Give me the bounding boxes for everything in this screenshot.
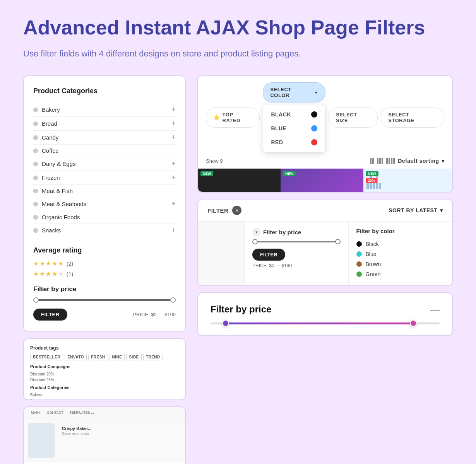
list-item[interactable]: Frozen + xyxy=(33,171,176,185)
color-label-red: RED xyxy=(271,139,283,145)
list-item[interactable]: Coffee xyxy=(33,145,176,157)
tab-bar: ⭐ TOP RATED SELECT COLOR ▼ BLACK xyxy=(198,76,452,153)
tab-select-storage[interactable]: SELECT STORAGE xyxy=(381,107,444,128)
tag-trend[interactable]: TREND xyxy=(143,354,163,360)
color-label-black: BLACK xyxy=(271,111,291,118)
page-title: Advanced Instant AJAX Shop Page Filters xyxy=(23,15,453,39)
filter-thumb-col xyxy=(198,222,245,285)
tag-bestseller[interactable]: BESTSELLER xyxy=(30,354,63,360)
tab-top-rated[interactable]: ⭐ TOP RATED xyxy=(206,107,260,128)
rating-row-5star[interactable]: ★ ★ ★ ★ ★ (2) xyxy=(33,260,176,267)
color-list-item-blue[interactable]: Blue xyxy=(356,249,445,259)
list-item[interactable]: Bakery + xyxy=(33,103,176,117)
campaign-discount-20[interactable]: Discount 20% xyxy=(30,371,179,377)
price-footer: FILTER PRICE: $0 — $190 xyxy=(33,309,176,321)
big-filter-collapse-btn[interactable]: — xyxy=(430,304,440,315)
mini-nav-templates[interactable]: TEMPLATES ... xyxy=(67,409,97,416)
grid-view-2col[interactable] xyxy=(370,158,374,164)
color-name-blue: Blue xyxy=(366,251,377,257)
page-subtitle: Use filter fields with 4 different desig… xyxy=(23,47,453,60)
mini-categories-title: Product Categories xyxy=(30,385,179,390)
right-panel: ⭐ TOP RATED SELECT COLOR ▼ BLACK xyxy=(197,75,453,336)
tab-select-storage-label: SELECT STORAGE xyxy=(388,112,437,123)
filter-sort-card: FILTER ✕ SORT BY LATEST ▾ ▾ Filter by pr… xyxy=(197,199,453,286)
list-item[interactable]: Dairy & Eggs + xyxy=(33,157,176,171)
star-icon: ⭐ xyxy=(213,114,220,121)
color-swatch-black xyxy=(311,111,317,118)
mini-nav-contact[interactable]: CONTACT xyxy=(44,409,67,416)
list-item[interactable]: Meat & Fish xyxy=(33,185,176,197)
left-panel: Product Categories Bakery + Bread + xyxy=(23,75,186,464)
big-price-slider[interactable] xyxy=(211,322,440,324)
color-list-item-brown[interactable]: Brown xyxy=(356,259,445,269)
filter-color-list: Black Blue Brown Green xyxy=(356,239,445,279)
color-swatch-blue xyxy=(311,125,317,131)
color-option-blue[interactable]: BLUE xyxy=(263,121,325,135)
filter-clear-button[interactable]: ✕ xyxy=(232,206,241,215)
filter-button[interactable]: FILTER xyxy=(33,309,67,321)
price-slider-track[interactable] xyxy=(33,299,176,301)
slider-thumb-left[interactable] xyxy=(252,239,258,244)
tab-top-rated-label: TOP RATED xyxy=(223,112,253,123)
grid-view-4col[interactable] xyxy=(386,158,395,164)
price-range-text: PRICE: $0 — $190 xyxy=(133,312,176,317)
campaigns-title: Product Campaigns xyxy=(30,364,179,369)
list-item[interactable]: Meat & Seafoods + xyxy=(33,197,176,211)
filter-header: FILTER ✕ SORT BY LATEST ▾ xyxy=(198,200,452,222)
filter-color-col: Filter by color Black Blue xyxy=(349,222,452,285)
product-strip: NEW NEW NEW 23% xyxy=(198,169,452,192)
tag-fresh[interactable]: FRESH xyxy=(88,354,108,360)
tag-envato[interactable]: ENVATO xyxy=(65,354,87,360)
filter-price-col: ▾ Filter by price FILTER PRICE: $0 — $19… xyxy=(245,222,349,285)
big-slider-thumb-right[interactable] xyxy=(410,320,417,327)
tags-title: Product tags xyxy=(30,345,179,351)
color-swatch-red xyxy=(311,139,317,145)
tab-select-size[interactable]: SELECT SIZE xyxy=(329,107,378,128)
tab-select-color[interactable]: SELECT COLOR ▼ xyxy=(263,82,325,102)
cat-dot-candy xyxy=(33,135,38,140)
top-tabs-card: ⭐ TOP RATED SELECT COLOR ▼ BLACK xyxy=(197,75,453,193)
mini-cat-bakery[interactable]: Bakery xyxy=(30,392,179,398)
cat-dot-coffee xyxy=(33,148,38,153)
campaign-discount-28[interactable]: Discount 28% xyxy=(30,377,179,383)
cat-dot-bakery xyxy=(33,107,38,112)
stars-4: ★ ★ ★ ★ ★ xyxy=(33,270,63,278)
mini-cat-bread[interactable]: Bread xyxy=(30,398,179,400)
slider-thumb-right[interactable] xyxy=(335,239,341,244)
color-list-item-black[interactable]: Black xyxy=(356,239,445,249)
color-option-black[interactable]: BLACK xyxy=(263,107,325,121)
filter-btn-2[interactable]: FILTER xyxy=(252,249,285,261)
sort-latest-btn[interactable]: SORT BY LATEST ▾ xyxy=(389,207,443,213)
new-badge-1: NEW xyxy=(200,171,213,176)
mini-product-sub: Super nice recipe xyxy=(58,432,95,435)
list-item[interactable]: Candy + xyxy=(33,131,176,145)
price-chevron[interactable]: ▾ xyxy=(252,228,261,236)
sort-label: Default sorting xyxy=(398,158,439,164)
filter-color-title: Filter by color xyxy=(356,228,395,234)
price-slider-thumb-right[interactable] xyxy=(170,297,176,303)
tag-pills: BESTSELLER ENVATO FRESH NINE SIDE TREND xyxy=(30,354,179,360)
tag-side[interactable]: SIDE xyxy=(126,354,141,360)
new-badge-2: NEW xyxy=(283,171,296,176)
grid-view-3col[interactable] xyxy=(377,158,383,164)
color-option-red[interactable]: RED xyxy=(263,135,325,149)
chevron-down-icon: ▼ xyxy=(314,90,318,95)
filter-body: ▾ Filter by price FILTER PRICE: $0 — $19… xyxy=(198,222,452,285)
big-slider-thumb-left[interactable] xyxy=(222,320,229,327)
cat-dot-organic xyxy=(33,215,38,220)
tag-nine[interactable]: NINE xyxy=(110,354,125,360)
color-list-item-green[interactable]: Green xyxy=(356,269,445,279)
chevron-down-icon: ▾ xyxy=(442,158,445,164)
list-item[interactable]: Snacks + xyxy=(33,223,176,237)
price-slider-thumb-left[interactable] xyxy=(33,297,39,303)
cat-dot-dairy xyxy=(33,162,38,166)
sort-dropdown[interactable]: Default sorting ▾ xyxy=(398,158,444,164)
color-dropdown-menu: BLACK BLUE RED xyxy=(263,104,325,153)
mini-nav-main[interactable]: MAIN. xyxy=(28,409,44,416)
big-filter-header: Filter by price — xyxy=(211,304,440,315)
list-item[interactable]: Organic Foods xyxy=(33,211,176,223)
filter-price-slider[interactable] xyxy=(252,241,341,242)
rating-row-4star[interactable]: ★ ★ ★ ★ ★ (1) xyxy=(33,270,176,278)
product-thumb-1: NEW xyxy=(198,169,281,192)
list-item[interactable]: Bread + xyxy=(33,117,176,131)
